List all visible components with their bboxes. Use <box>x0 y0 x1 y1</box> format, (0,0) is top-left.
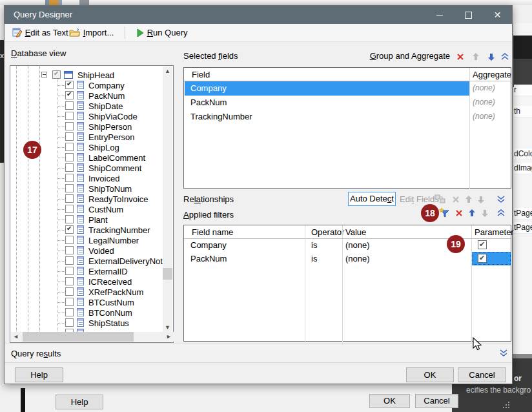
close-button[interactable]: ✕ <box>483 6 512 24</box>
tree-vertical-scrollbar[interactable]: ▲ ▼ <box>163 67 172 333</box>
minimize-button[interactable] <box>425 6 454 24</box>
tree-checkbox[interactable] <box>65 225 74 234</box>
delete-filter-icon[interactable] <box>455 209 464 218</box>
tree-checkbox[interactable] <box>65 277 74 285</box>
database-tree[interactable]: ShipHeadCompanyPackNumShipDateShipViaCod… <box>10 65 174 343</box>
tree-node[interactable]: ExternalID <box>11 266 163 276</box>
tree-node[interactable]: ShipPerson <box>11 121 163 132</box>
tree-node[interactable]: Company <box>11 80 163 90</box>
tree-checkbox[interactable] <box>65 101 74 110</box>
tree-checkbox[interactable] <box>65 122 74 130</box>
edit-as-text-button[interactable]: Edit as Text <box>12 27 68 38</box>
filter-value[interactable]: (none) <box>345 254 370 263</box>
tree-checkbox[interactable] <box>65 132 74 141</box>
tree-checkbox[interactable] <box>65 267 74 275</box>
tree-node-root[interactable]: ShipHead <box>11 70 163 80</box>
tree-node[interactable]: ReadyToInvoice <box>11 194 163 204</box>
move-filter-up-icon[interactable] <box>467 209 476 218</box>
scroll-right-icon[interactable]: ► <box>164 332 174 342</box>
selected-field-row[interactable]: Company(none) <box>184 81 511 96</box>
relationship-diagram-icon-disabled[interactable] <box>435 194 446 203</box>
scrollbar-thumb[interactable] <box>163 268 172 280</box>
scroll-down-icon[interactable]: ▼ <box>163 323 172 333</box>
import-button[interactable]: Import... <box>69 27 114 38</box>
tree-node[interactable]: ICReceived <box>11 276 163 287</box>
aggregate-value[interactable]: (none) <box>473 112 495 121</box>
aggregate-value[interactable]: (none) <box>473 98 495 107</box>
expand-query-results-icon[interactable] <box>499 349 508 358</box>
tree-checkbox[interactable] <box>65 81 74 89</box>
tree-node[interactable]: TrackingNumber <box>11 225 163 235</box>
move-filter-down-icon-disabled[interactable] <box>480 209 489 218</box>
move-field-down-icon[interactable] <box>487 52 496 61</box>
tree-node[interactable]: Voided <box>11 245 163 256</box>
tree-checkbox[interactable] <box>65 153 74 161</box>
scroll-left-icon[interactable]: ◄ <box>11 332 21 342</box>
move-relationship-down-icon-disabled[interactable] <box>476 195 486 204</box>
scrollbar-thumb[interactable] <box>23 332 134 342</box>
tree-expander-icon[interactable] <box>41 72 47 77</box>
selected-field-row[interactable]: TrackingNumber(none) <box>184 110 511 124</box>
title-bar[interactable]: Query Designer ✕ <box>5 6 512 24</box>
collapse-applied-filters-icon[interactable] <box>496 209 506 218</box>
delete-field-icon[interactable] <box>456 52 465 61</box>
cancel-button[interactable]: Cancel <box>458 367 506 382</box>
tree-checkbox[interactable] <box>65 91 74 99</box>
delete-relationship-icon-disabled[interactable] <box>451 195 460 204</box>
maximize-button[interactable] <box>454 6 483 24</box>
tree-checkbox[interactable] <box>52 70 61 79</box>
tree-checkbox[interactable] <box>65 236 74 244</box>
tree-checkbox[interactable] <box>65 287 74 296</box>
edit-fields-button-disabled[interactable]: Edit Fields <box>400 194 439 204</box>
resize-grip[interactable] <box>503 402 511 409</box>
tree-checkbox[interactable] <box>65 215 74 223</box>
parameter-checkbox[interactable] <box>478 254 487 263</box>
ok-button[interactable]: OK <box>406 367 454 382</box>
tree-node[interactable]: ShipComment <box>11 163 163 173</box>
aggregate-value[interactable]: (none) <box>473 83 495 92</box>
tree-node[interactable]: Plant <box>11 214 163 225</box>
filter-value[interactable]: (none) <box>345 240 370 250</box>
tree-checkbox[interactable] <box>65 256 74 265</box>
background-ok-button[interactable]: OK <box>369 394 410 408</box>
tree-checkbox[interactable] <box>65 194 74 203</box>
filter-row[interactable]: PackNumis(none) <box>184 252 511 265</box>
move-field-up-icon-disabled[interactable] <box>471 52 480 61</box>
tree-node[interactable]: ShipToNum <box>11 183 163 194</box>
background-cancel-button[interactable]: Cancel <box>415 394 458 408</box>
background-help-button[interactable]: Help <box>56 395 103 409</box>
selected-fields-table[interactable]: Field Aggregate Company(none)PackNum(non… <box>183 67 511 189</box>
tree-node[interactable]: ShipDate <box>11 101 163 111</box>
tree-checkbox[interactable] <box>65 205 74 213</box>
tree-checkbox[interactable] <box>65 143 74 151</box>
tree-checkbox[interactable] <box>65 308 74 316</box>
filter-operator[interactable]: is <box>311 254 317 263</box>
parameter-checkbox[interactable] <box>478 240 487 249</box>
add-filter-icon[interactable] <box>439 207 450 218</box>
tree-node[interactable]: ExternalDeliveryNote <box>11 256 163 266</box>
tree-node[interactable]: XRefPackNum <box>11 287 163 297</box>
tree-node[interactable]: BTCustNum <box>11 297 163 307</box>
tree-node[interactable]: PackNum <box>11 90 163 101</box>
tree-horizontal-scrollbar[interactable]: ◄ ► <box>11 332 174 342</box>
move-relationship-up-icon-disabled[interactable] <box>464 195 473 204</box>
tree-checkbox[interactable] <box>65 174 74 182</box>
help-button[interactable]: Help <box>15 367 63 382</box>
group-and-aggregate-button[interactable]: Group and Aggregate <box>366 51 450 61</box>
tree-node[interactable]: ShipStatus <box>11 318 163 328</box>
filter-operator[interactable]: is <box>311 240 317 250</box>
scroll-up-icon[interactable]: ▲ <box>163 67 172 76</box>
tree-node[interactable]: BTConNum <box>11 307 163 318</box>
tree-checkbox[interactable] <box>65 163 74 172</box>
run-query-button[interactable]: Run Query <box>136 27 188 38</box>
tree-node[interactable]: ShipViaCode <box>11 111 163 121</box>
tree-checkbox[interactable] <box>65 184 74 192</box>
tree-node[interactable]: Invoiced <box>11 173 163 183</box>
tree-checkbox[interactable] <box>65 298 74 306</box>
tree-node[interactable]: CustNum <box>11 204 163 214</box>
tree-checkbox[interactable] <box>65 318 74 327</box>
tree-checkbox[interactable] <box>65 112 74 120</box>
collapse-selected-fields-icon[interactable] <box>500 52 509 61</box>
tree-checkbox[interactable] <box>65 246 74 254</box>
selected-field-row[interactable]: PackNum(none) <box>184 96 511 110</box>
